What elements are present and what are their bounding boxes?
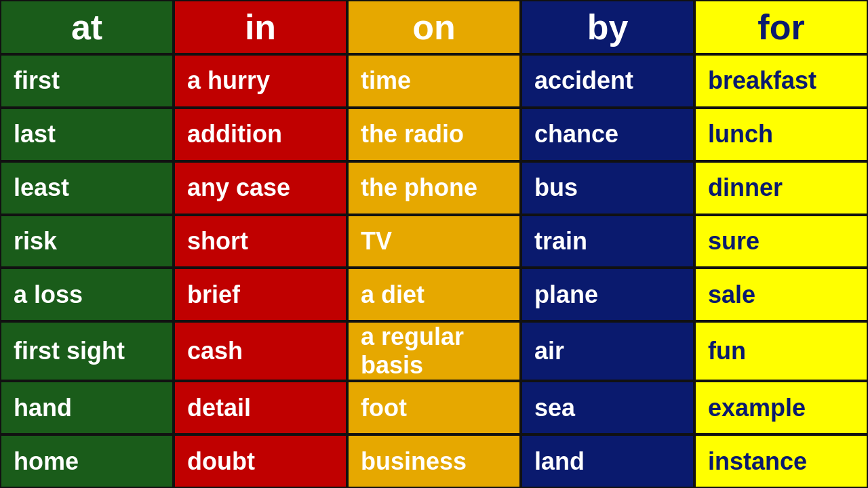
header-at: at: [0, 0, 174, 54]
table-row: business: [347, 434, 521, 488]
header-in-label: in: [245, 7, 276, 47]
table-row: instance: [694, 434, 868, 488]
table-row: breakfast: [694, 54, 868, 108]
table-row: foot: [347, 381, 521, 434]
table-row: detail: [174, 381, 347, 434]
table-row: first sight: [0, 321, 174, 381]
table-row: a hurry: [174, 54, 347, 108]
table-row: a diet: [347, 268, 521, 321]
table-row: sea: [521, 381, 694, 434]
table-row: last: [0, 108, 174, 161]
table-row: chance: [521, 108, 694, 161]
table-row: a regular basis: [347, 321, 521, 381]
header-by-label: by: [587, 7, 629, 47]
header-for-label: for: [757, 7, 804, 47]
table-row: sure: [694, 215, 868, 268]
table-row: least: [0, 161, 174, 215]
table-row: risk: [0, 215, 174, 268]
table-row: accident: [521, 54, 694, 108]
table-row: dinner: [694, 161, 868, 215]
table-row: sale: [694, 268, 868, 321]
table-row: cash: [174, 321, 347, 381]
table-row: fun: [694, 321, 868, 381]
header-by: by: [521, 0, 694, 54]
table-row: the radio: [347, 108, 521, 161]
table-row: first: [0, 54, 174, 108]
table-row: brief: [174, 268, 347, 321]
header-for: for: [694, 0, 868, 54]
table-row: any case: [174, 161, 347, 215]
table-row: hand: [0, 381, 174, 434]
table-row: the phone: [347, 161, 521, 215]
table-row: time: [347, 54, 521, 108]
table-row: example: [694, 381, 868, 434]
header-in: in: [174, 0, 347, 54]
table-row: TV: [347, 215, 521, 268]
table-row: doubt: [174, 434, 347, 488]
table-row: train: [521, 215, 694, 268]
header-on-label: on: [412, 7, 456, 47]
header-at-label: at: [71, 7, 102, 47]
table-row: short: [174, 215, 347, 268]
header-on: on: [347, 0, 521, 54]
table-row: bus: [521, 161, 694, 215]
table-row: a loss: [0, 268, 174, 321]
table-row: plane: [521, 268, 694, 321]
table-row: home: [0, 434, 174, 488]
table-row: addition: [174, 108, 347, 161]
preposition-table: at in on by for first a hurry time accid…: [0, 0, 868, 488]
table-row: land: [521, 434, 694, 488]
table-row: air: [521, 321, 694, 381]
table-row: lunch: [694, 108, 868, 161]
